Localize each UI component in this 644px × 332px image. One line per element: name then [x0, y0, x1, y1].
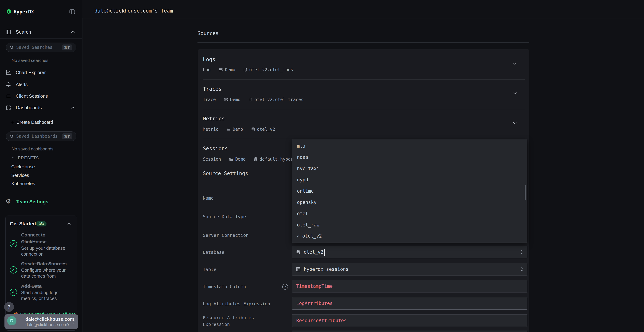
- saved-dashboards-placeholder: Saved Dashboards: [16, 134, 58, 139]
- create-dashboard-button[interactable]: Create Dashboard: [16, 120, 53, 125]
- chevron-down-icon[interactable]: [12, 157, 15, 159]
- plus-icon: [10, 120, 14, 124]
- saved-searches-input[interactable]: Saved Searches ⌘K: [6, 42, 76, 52]
- source-connection: Demo: [230, 97, 240, 102]
- database-icon: [251, 127, 255, 131]
- chevron-up-icon[interactable]: [71, 31, 75, 33]
- database-value: otel_v2: [304, 249, 324, 255]
- sources-section-title: Sources: [198, 30, 218, 36]
- database-select[interactable]: otel_v2: [292, 246, 527, 258]
- check-icon: ✓: [297, 233, 300, 238]
- select-updown-icon: [520, 250, 523, 254]
- gear-icon: ⚙: [6, 198, 11, 204]
- dropdown-option[interactable]: noaa: [297, 154, 308, 160]
- dropdown-scrollbar-thumb[interactable]: [525, 185, 526, 200]
- source-metrics-title[interactable]: Metrics: [203, 116, 225, 122]
- database-icon: [244, 68, 247, 72]
- preset-clickhouse[interactable]: ClickHouse: [11, 164, 35, 170]
- get-started-progress-badge: 3/3: [36, 221, 46, 226]
- get-started-step-desc: data comes from: [21, 273, 56, 279]
- chevron-down-icon[interactable]: [513, 92, 517, 94]
- timestamp-column-label: Timestamp Column: [203, 284, 246, 289]
- dropdown-option[interactable]: otel: [297, 211, 308, 216]
- source-connection: Demo: [225, 67, 235, 72]
- get-started-step-desc: Set up your database: [21, 246, 65, 251]
- get-started-step-desc: Configure where your: [21, 268, 66, 273]
- get-started-step-title[interactable]: ClickHouse: [21, 239, 46, 244]
- chevron-down-icon[interactable]: [513, 122, 517, 124]
- server-connection-label: Server Connection: [203, 233, 249, 238]
- dropdown-option[interactable]: nyc_taxi: [297, 166, 319, 171]
- divider: [203, 109, 525, 109]
- sidebar-item-chart-explorer[interactable]: Chart Explorer: [16, 70, 46, 75]
- next-field-input[interactable]: [292, 330, 527, 332]
- user-email: dale@clickhouse.com: [26, 316, 74, 322]
- check-circle-icon: ✓: [10, 266, 17, 274]
- check-circle-icon: ✓: [10, 289, 17, 296]
- collapse-sidebar-icon[interactable]: [70, 9, 75, 14]
- server-icon: [224, 98, 228, 102]
- sidebar-item-dashboards[interactable]: Dashboards: [16, 105, 42, 110]
- database-icon: [249, 98, 252, 102]
- database-label: Database: [203, 250, 224, 255]
- divider: [0, 38, 82, 39]
- chart-explorer-icon: [6, 70, 11, 75]
- search-icon: [10, 46, 14, 50]
- hyperdx-app: HyperDX Search Saved Searches: [0, 0, 644, 332]
- dropdown-option[interactable]: opensky: [297, 200, 317, 205]
- saved-searches-placeholder: Saved Searches: [16, 45, 52, 50]
- source-logs-title[interactable]: Logs: [203, 56, 216, 62]
- sidebar-item-alerts[interactable]: Alerts: [16, 82, 28, 87]
- source-logs-meta: Log Demo otel_v2.otel_logs: [203, 67, 293, 72]
- dropdown-option[interactable]: ontime: [297, 188, 314, 194]
- sidebar-item-client-sessions[interactable]: Client Sessions: [16, 94, 48, 99]
- client-sessions-laptop-icon: [6, 94, 11, 99]
- server-icon: [229, 157, 233, 161]
- presets-section-label[interactable]: PRESETS: [18, 156, 39, 160]
- name-label: Name: [203, 196, 214, 201]
- preset-kubernetes[interactable]: Kubernetes: [11, 181, 35, 186]
- search-section-icon: [6, 30, 11, 34]
- sidebar-item-team-settings[interactable]: Team Settings: [16, 199, 48, 205]
- resource-attributes-input[interactable]: ResourceAttributes: [292, 314, 527, 327]
- dropdown-option[interactable]: nypd: [297, 177, 308, 182]
- database-icon: [254, 157, 258, 161]
- sidebar-item-search[interactable]: Search: [16, 29, 31, 35]
- dropdown-option[interactable]: mta: [297, 143, 305, 149]
- preset-services[interactable]: Services: [11, 172, 29, 178]
- source-type-label: Metric: [203, 127, 218, 132]
- source-type-label: Trace: [203, 97, 216, 102]
- get-started-step-title[interactable]: Create Data Sources: [21, 261, 66, 266]
- dropdown-option[interactable]: otel_raw: [297, 222, 319, 228]
- get-started-step-desc: connection: [21, 251, 44, 257]
- source-traces-title[interactable]: Traces: [203, 86, 222, 92]
- timestamp-column-input[interactable]: TimestampTime: [292, 280, 527, 292]
- get-started-step-title[interactable]: Connect to: [21, 232, 46, 238]
- log-attributes-input[interactable]: LogAttributes: [292, 297, 527, 310]
- hyperdx-logo-icon: [6, 9, 11, 14]
- get-started-step-desc: Start sending logs,: [21, 290, 60, 295]
- user-team: dale@clickhouse.com's: [26, 322, 70, 327]
- chevron-up-icon[interactable]: [71, 106, 75, 109]
- source-sessions-title[interactable]: Sessions: [203, 146, 228, 152]
- source-connection: Demo: [235, 157, 246, 162]
- log-attributes-label: Log Attributes Expression: [203, 301, 270, 306]
- table-value: hyperdx_sessions: [304, 266, 348, 272]
- help-tooltip-icon[interactable]: ?: [282, 284, 288, 290]
- shortcut-badge: ⌘K: [62, 134, 72, 139]
- chevron-down-icon[interactable]: [513, 62, 517, 65]
- table-select[interactable]: hyperdx_sessions: [292, 263, 527, 276]
- user-menu[interactable]: D dale@clickhouse.com dale@clickhouse.co…: [4, 314, 78, 329]
- source-data-type-label: Source Data Type: [203, 214, 246, 219]
- shortcut-badge: ⌘K: [62, 44, 72, 50]
- get-started-title: Get Started: [10, 221, 36, 227]
- get-started-step-title[interactable]: Add Data: [21, 284, 42, 289]
- saved-dashboards-input[interactable]: Saved Dashboards ⌘K: [6, 132, 76, 141]
- help-button[interactable]: ?: [4, 302, 14, 312]
- dropdown-option-selected[interactable]: ✓otel_v2: [297, 233, 322, 238]
- chevron-up-icon[interactable]: [67, 223, 71, 225]
- select-updown-icon: [520, 267, 523, 272]
- app-title: HyperDX: [14, 9, 34, 14]
- source-table: otel_v2.otel_traces: [254, 97, 304, 102]
- team-title: dale@clickhouse.com's Team: [94, 8, 173, 14]
